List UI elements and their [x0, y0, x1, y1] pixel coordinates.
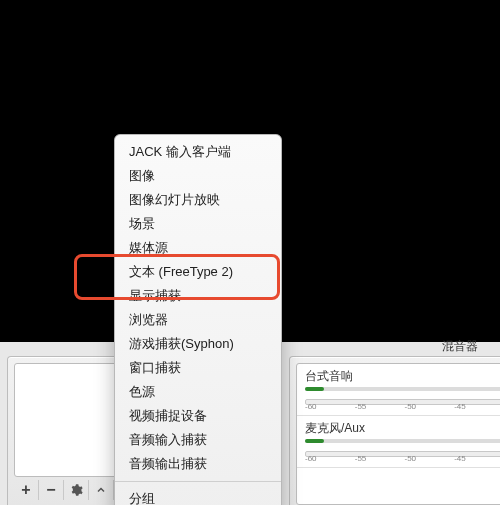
audio-meter — [305, 387, 500, 391]
menu-item-display-capture[interactable]: 显示捕获 — [115, 284, 281, 308]
mixer-channel-label: 台式音响 — [305, 368, 500, 385]
mixer-panel: 混音器 台式音响 -60-55-50-45-40-35-30 麦克风/Aux — [289, 356, 500, 505]
add-source-button[interactable]: + — [14, 480, 39, 500]
mixer-channel: 麦克风/Aux -60-55-50-45-40-35-30 — [297, 416, 500, 468]
mixer-channel-label: 麦克风/Aux — [305, 420, 500, 437]
app-root: 混音器 台式音响 -60-55-50-45-40-35-30 麦克风/Aux — [0, 0, 500, 505]
menu-separator — [115, 481, 281, 482]
add-source-context-menu: JACK 输入客户端 图像 图像幻灯片放映 场景 媒体源 文本 (FreeTyp… — [114, 134, 282, 505]
menu-item-browser[interactable]: 浏览器 — [115, 308, 281, 332]
volume-slider[interactable]: -60-55-50-45-40-35-30 — [305, 393, 500, 407]
menu-item-color-source[interactable]: 色源 — [115, 380, 281, 404]
volume-slider[interactable]: -60-55-50-45-40-35-30 — [305, 445, 500, 459]
menu-item-media-source[interactable]: 媒体源 — [115, 236, 281, 260]
menu-item-video-capture[interactable]: 视频捕捉设备 — [115, 404, 281, 428]
mixer-panel-title: 混音器 — [442, 338, 478, 355]
menu-item-text-freetype2[interactable]: 文本 (FreeType 2) — [115, 260, 281, 284]
menu-item-game-capture[interactable]: 游戏捕获(Syphon) — [115, 332, 281, 356]
menu-item-group[interactable]: 分组 — [115, 487, 281, 505]
remove-source-button[interactable]: − — [39, 480, 64, 500]
menu-item-audio-output[interactable]: 音频输出捕获 — [115, 452, 281, 476]
menu-item-image[interactable]: 图像 — [115, 164, 281, 188]
gear-icon — [69, 483, 83, 497]
mixer-channel: 台式音响 -60-55-50-45-40-35-30 — [297, 364, 500, 416]
menu-item-audio-input[interactable]: 音频输入捕获 — [115, 428, 281, 452]
mixer-box: 台式音响 -60-55-50-45-40-35-30 麦克风/Aux -60-5… — [296, 363, 500, 505]
menu-item-scene[interactable]: 场景 — [115, 212, 281, 236]
move-up-button[interactable] — [89, 480, 114, 500]
menu-item-image-slideshow[interactable]: 图像幻灯片放映 — [115, 188, 281, 212]
audio-meter — [305, 439, 500, 443]
menu-item-jack-input[interactable]: JACK 输入客户端 — [115, 140, 281, 164]
menu-item-window-capture[interactable]: 窗口捕获 — [115, 356, 281, 380]
source-settings-button[interactable] — [64, 480, 89, 500]
chevron-up-icon — [95, 484, 107, 496]
